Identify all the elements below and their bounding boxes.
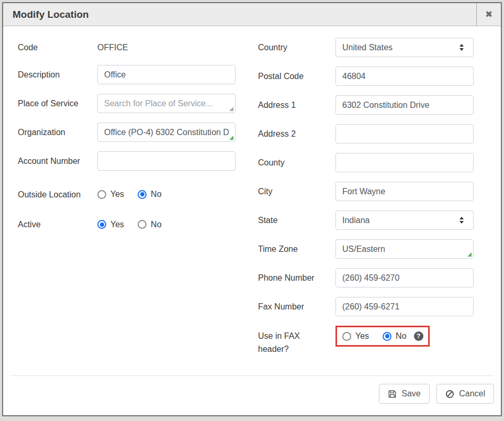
save-button-label: Save <box>401 389 420 398</box>
use-in-fax-header-label: Use in FAX header? <box>258 326 335 356</box>
place-of-service-label: Place of Service <box>18 97 97 110</box>
active-label: Active <box>18 218 97 231</box>
fax-number-input[interactable] <box>335 297 474 316</box>
cancel-button[interactable]: Cancel <box>436 384 494 404</box>
postal-code-label: Postal Code <box>258 70 335 83</box>
close-button[interactable]: ✖ <box>476 3 501 26</box>
address1-row: Address 1 <box>258 95 474 115</box>
code-label: Code <box>18 41 97 54</box>
postal-code-row: Postal Code <box>258 67 474 86</box>
radio-icon <box>342 332 351 341</box>
save-button[interactable]: Save <box>379 384 429 404</box>
address1-input[interactable] <box>335 95 474 115</box>
modal-footer: Save Cancel <box>10 375 494 415</box>
use-in-fax-header-no-radio[interactable]: No <box>383 331 406 341</box>
place-of-service-row: Place of Service <box>18 94 236 113</box>
address1-label: Address 1 <box>258 98 335 112</box>
modal-title: Modify Location <box>3 3 476 26</box>
left-column: Code OFFICE Description Place of Service… <box>18 38 236 375</box>
select-updown-icon <box>460 44 464 51</box>
city-label: City <box>258 185 335 198</box>
radio-icon <box>383 332 391 341</box>
account-number-label: Account Number <box>18 154 97 168</box>
outside-location-label: Outside Location <box>18 188 97 201</box>
highlight-box: Yes No ? <box>335 326 430 347</box>
time-zone-label: Time Zone <box>258 242 335 256</box>
organization-row: Organization <box>18 123 236 142</box>
use-in-fax-header-radio-group: Yes No <box>342 331 407 341</box>
outside-location-no-radio[interactable]: No <box>138 190 161 199</box>
county-row: County <box>258 153 474 172</box>
radio-icon <box>138 190 147 199</box>
time-zone-row: Time Zone <box>258 239 474 259</box>
close-icon: ✖ <box>485 9 492 20</box>
fax-number-row: Fax Number <box>258 297 474 316</box>
county-label: County <box>258 156 335 169</box>
postal-code-input[interactable] <box>335 67 474 86</box>
description-label: Description <box>18 68 97 81</box>
account-number-input[interactable] <box>97 151 236 171</box>
state-row: State Indiana <box>258 210 474 230</box>
modal-header: Modify Location ✖ <box>3 3 501 26</box>
phone-number-row: Phone Number <box>258 268 474 287</box>
active-no-radio[interactable]: No <box>138 220 161 229</box>
select-updown-icon <box>460 217 464 224</box>
country-label: Country <box>258 41 335 54</box>
address2-row: Address 2 <box>258 124 474 143</box>
time-zone-input[interactable] <box>335 239 474 259</box>
description-row: Description <box>18 65 236 84</box>
outside-location-radio-group: Yes No <box>97 190 236 199</box>
address2-label: Address 2 <box>258 127 335 140</box>
radio-icon <box>97 190 106 199</box>
fax-number-label: Fax Number <box>258 300 335 313</box>
use-in-fax-header-row: Use in FAX header? Yes No <box>258 326 474 356</box>
active-row: Active Yes No <box>18 218 236 231</box>
help-icon[interactable]: ? <box>414 331 423 341</box>
description-input[interactable] <box>97 65 236 84</box>
country-select[interactable]: United States <box>335 38 474 57</box>
city-input[interactable] <box>335 182 474 201</box>
county-input[interactable] <box>335 153 474 172</box>
address2-input[interactable] <box>335 124 474 143</box>
active-radio-group: Yes No <box>97 220 236 229</box>
outside-location-yes-radio[interactable]: Yes <box>97 190 124 199</box>
city-row: City <box>258 182 474 201</box>
code-value: OFFICE <box>97 43 236 52</box>
radio-icon <box>138 220 147 229</box>
phone-number-label: Phone Number <box>258 271 335 284</box>
state-label: State <box>258 214 335 227</box>
right-column: Country United States Postal Code Addres… <box>258 38 474 375</box>
modify-location-modal: Modify Location ✖ Code OFFICE Descriptio… <box>2 2 502 416</box>
country-row: Country United States <box>258 38 474 57</box>
use-in-fax-header-yes-radio[interactable]: Yes <box>342 331 369 341</box>
account-number-row: Account Number <box>18 151 236 171</box>
organization-label: Organization <box>18 126 97 139</box>
cancel-button-label: Cancel <box>459 389 485 398</box>
state-select[interactable]: Indiana <box>335 210 474 230</box>
active-yes-radio[interactable]: Yes <box>97 220 124 229</box>
organization-input[interactable] <box>97 123 236 142</box>
save-icon <box>388 390 397 398</box>
code-row: Code OFFICE <box>18 38 236 57</box>
outside-location-row: Outside Location Yes No <box>18 181 236 207</box>
place-of-service-input[interactable] <box>97 94 236 113</box>
modal-body: Code OFFICE Description Place of Service… <box>3 26 501 375</box>
phone-number-input[interactable] <box>335 268 474 287</box>
radio-icon <box>97 220 106 229</box>
cancel-icon <box>445 390 454 398</box>
